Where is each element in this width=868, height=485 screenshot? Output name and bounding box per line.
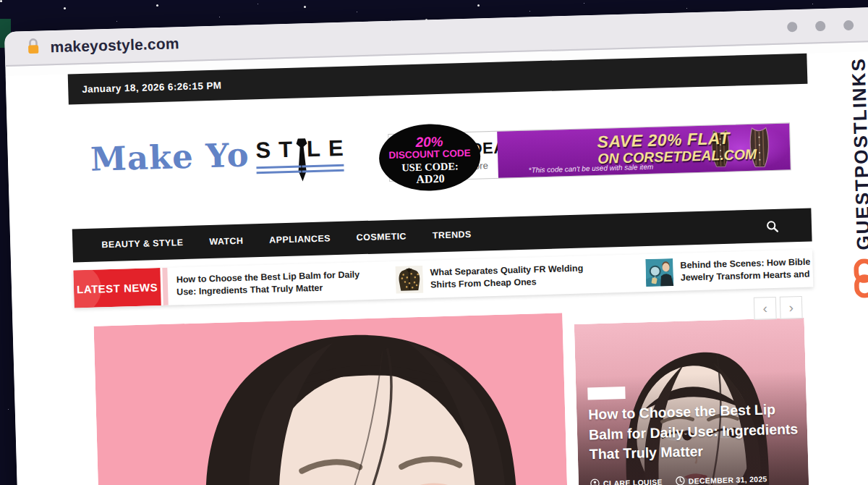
bible-jewelry-thumbnail	[645, 258, 673, 287]
carousel-next-button[interactable]: ›	[780, 296, 803, 319]
nav-item-cosmetic[interactable]: COSMETIC	[357, 231, 407, 242]
web-page: January 18, 2026 6:26:15 PM Make Yo ST L…	[6, 50, 868, 485]
clock-icon	[676, 476, 685, 485]
nav-item-appliances[interactable]: APPLIANCES	[269, 233, 331, 245]
guestpostlinks-watermark: GUESTPOSTLINKS	[836, 60, 868, 302]
author-link[interactable]: CLARE LOUISE	[590, 477, 663, 485]
nav-item-trends[interactable]: TRENDS	[433, 229, 472, 241]
lock-icon	[26, 38, 41, 59]
ticker-item[interactable]: How to Choose the Best Lip Balm for Dail…	[176, 269, 362, 299]
featured-article-card[interactable]: How to Choose the Best Lip Balm for Dail…	[574, 318, 809, 485]
window-controls[interactable]	[787, 20, 854, 33]
category-badge[interactable]	[587, 387, 625, 400]
corset-deal-banner-ad[interactable]: CORSET DEAL authentic corset store	[388, 122, 791, 182]
nav-item-beauty-style[interactable]: BEAUTY & STYLE	[101, 237, 183, 250]
ticker-item[interactable]: What Separates Quality FR Welding Shirts…	[395, 260, 611, 293]
ad-code-badge: 20% DISCOUNT CODE USE CODE: AD20	[378, 122, 482, 192]
browser-window: makeyostyle.com January 18, 2026 6:26:15…	[4, 6, 868, 485]
ad-disclaimer: *This code can't be used with sale item	[529, 163, 654, 174]
search-icon[interactable]	[766, 219, 778, 232]
author-icon	[590, 478, 600, 485]
current-datetime: January 18, 2026 6:26:15 PM	[82, 80, 222, 94]
starfield	[0, 0, 2, 2]
nav-item-watch[interactable]: WATCH	[209, 236, 243, 247]
carousel-prev-button[interactable]: ‹	[754, 297, 777, 320]
site-header: Make Yo ST LE CORSET DEAL	[69, 84, 811, 229]
hero-article-image[interactable]	[94, 313, 569, 485]
guestpostlinks-brand-text: GUESTPOSTLINKS	[847, 60, 868, 250]
featured-section: ‹ ›	[75, 306, 820, 485]
publish-date: DECEMBER 31, 2025	[676, 473, 767, 485]
welding-shirt-thumbnail	[395, 266, 423, 294]
ticker-item[interactable]: Behind the Scenes: How Bible Jewelry Tra…	[645, 254, 813, 287]
latest-news-badge: LATEST NEWS	[73, 268, 161, 308]
logo-script-text: Make Yo	[90, 138, 250, 175]
logo-style-text: ST LE	[255, 136, 352, 185]
url-bar[interactable]: makeyostyle.com	[50, 35, 179, 56]
site-logo[interactable]: Make Yo ST LE	[90, 135, 352, 190]
ad-promo-block: SAVE 20% FLAT ON CORSETDEAL.COM *This co…	[497, 123, 791, 177]
carousel-pagination: ‹ ›	[754, 296, 803, 320]
chain-link-icon	[850, 258, 868, 301]
featured-article-title[interactable]: How to Choose the Best Lip Balm for Dail…	[588, 399, 804, 465]
